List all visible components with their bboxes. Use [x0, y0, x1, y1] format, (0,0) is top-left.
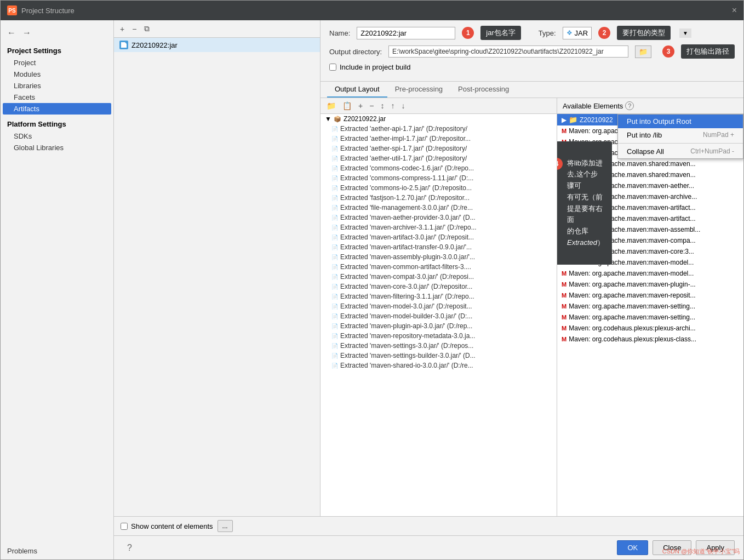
tree-item-1[interactable]: 📄 Extracted 'aether-impl-1.7.jar/' (D:/r…	[321, 134, 557, 144]
jar-icon: 📦	[334, 116, 341, 123]
tree-item-21[interactable]: 📄 Extracted 'maven-repository-metadata-3…	[321, 331, 557, 341]
tree-item-23[interactable]: 📄 Extracted 'maven-settings-builder-3.0.…	[321, 351, 557, 361]
tree-root-item[interactable]: ▼ 📦 Z20210922.jar	[321, 114, 557, 124]
available-elements-title: Available Elements	[563, 102, 623, 110]
copy-artifact-button[interactable]: ⧉	[141, 22, 152, 35]
dialog-buttons: ? OK Close Apply	[114, 535, 743, 559]
available-elements-help-icon[interactable]: ?	[625, 101, 634, 110]
help-icon[interactable]: ?	[123, 541, 136, 555]
tree-item-16[interactable]: 📄 Extracted 'maven-core-3.0.jar/' (D:/re…	[321, 282, 557, 292]
sort-button[interactable]: ↕	[377, 100, 387, 112]
add-artifact-button[interactable]: +	[117, 23, 127, 35]
tree-item-label-23: Extracted 'maven-settings-builder-3.0.ja…	[340, 352, 476, 359]
ok-button[interactable]: OK	[617, 540, 648, 555]
type-select[interactable]: ❖ JAR	[563, 27, 592, 39]
avail-item-14[interactable]: M Maven: org.apache.maven:maven-plugin-.…	[557, 279, 743, 290]
tree-item-15[interactable]: 📄 Extracted 'maven-compat-3.0.jar/' (D:/…	[321, 272, 557, 282]
tree-item-11[interactable]: 📄 Extracted 'maven-artifact-3.0.jar/' (D…	[321, 232, 557, 242]
annotation-badge-4: 4	[557, 158, 563, 170]
tree-item-24[interactable]: 📄 Extracted 'maven-shared-io-3.0.0.jar/'…	[321, 361, 557, 370]
context-menu-item-collapse[interactable]: Collapse All Ctrl+NumPad -	[618, 145, 743, 158]
output-dir-row: Output directory: 📁 3 打包输出路径	[329, 44, 735, 59]
collapse-shortcut: Ctrl+NumPad -	[690, 147, 734, 155]
sidebar-item-artifacts[interactable]: Artifacts	[3, 103, 111, 115]
remove-artifact-button[interactable]: −	[129, 23, 139, 35]
tree-item-19[interactable]: 📄 Extracted 'maven-model-builder-3.0.jar…	[321, 311, 557, 321]
tab-postprocessing[interactable]: Post-processing	[450, 82, 517, 98]
sidebar-item-facets[interactable]: Facets	[1, 92, 113, 103]
output-dir-input[interactable]	[388, 45, 628, 58]
context-menu-item-put-root[interactable]: Put into Output Root	[618, 115, 743, 128]
sidebar-item-problems[interactable]: Problems	[1, 542, 113, 559]
add-directory-button[interactable]: 📋	[340, 100, 354, 112]
include-build-checkbox[interactable]	[329, 64, 336, 71]
add-folder-button[interactable]: 📁	[324, 100, 339, 112]
put-lib-shortcut: NumPad +	[703, 131, 734, 139]
split-pane: + − ⧉ Z20210922:jar	[114, 20, 743, 535]
tree-item-label-1: Extracted 'aether-impl-1.7.jar/' (D:/rep…	[340, 135, 471, 142]
add-item-button[interactable]: +	[356, 100, 365, 112]
avail-item-17[interactable]: M Maven: org.apache.maven:maven-setting.…	[557, 312, 743, 323]
show-content-label[interactable]: Show content of elements	[121, 522, 213, 530]
show-content-checkbox[interactable]	[121, 523, 128, 530]
type-dropdown-button[interactable]: ▼	[679, 28, 691, 38]
tab-output-layout[interactable]: Output Layout	[327, 82, 387, 98]
artifact-list-item[interactable]: Z20210922:jar	[114, 38, 320, 52]
avail-item-13[interactable]: M Maven: org.apache.maven:maven-model...	[557, 268, 743, 279]
avail-item-18[interactable]: M Maven: org.codehaus.plexus:plexus-arch…	[557, 323, 743, 334]
tree-item-label-16: Extracted 'maven-core-3.0.jar/' (D:/repo…	[340, 283, 472, 290]
move-down-button[interactable]: ↓	[398, 100, 408, 112]
tree-item-label-18: Extracted 'maven-model-3.0.jar/' (D:/rep…	[340, 302, 472, 310]
tree-item-5[interactable]: 📄 Extracted 'commons-compress-1.11.jar/'…	[321, 173, 557, 183]
tree-item-20[interactable]: 📄 Extracted 'maven-plugin-api-3.0.jar/' …	[321, 321, 557, 331]
back-button[interactable]: ←	[5, 27, 18, 39]
tree-item-12[interactable]: 📄 Extracted 'maven-artifact-transfer-0.9…	[321, 242, 557, 252]
lib-icon-21: 📄	[331, 333, 338, 339]
avail-item-16[interactable]: M Maven: org.apache.maven:maven-setting.…	[557, 301, 743, 312]
sidebar-item-project[interactable]: Project	[1, 57, 113, 68]
tree-item-label-9: Extracted 'maven-aether-provider-3.0.jar…	[340, 214, 476, 221]
tree-item-2[interactable]: 📄 Extracted 'aether-spi-1.7.jar/' (D:/re…	[321, 144, 557, 153]
sidebar-item-modules[interactable]: Modules	[1, 68, 113, 80]
tree-item-label-21: Extracted 'maven-repository-metadata-3.0…	[340, 332, 475, 340]
avail-item-15[interactable]: M Maven: org.apache.maven:maven-reposit.…	[557, 290, 743, 301]
tree-item-8[interactable]: 📄 Extracted 'file-management-3.0.0.jar/'…	[321, 203, 557, 213]
tab-preprocessing[interactable]: Pre-processing	[387, 82, 450, 98]
tree-item-9[interactable]: 📄 Extracted 'maven-aether-provider-3.0.j…	[321, 213, 557, 222]
sidebar-item-sdks[interactable]: SDKs	[1, 130, 113, 142]
output-dir-label: Output directory:	[329, 48, 382, 56]
name-input[interactable]	[357, 27, 455, 39]
browse-output-dir-button[interactable]: 📁	[635, 45, 651, 58]
close-button[interactable]: ×	[732, 5, 737, 15]
tree-item-7[interactable]: 📄 Extracted 'fastjson-1.2.70.jar/' (D:/r…	[321, 193, 557, 203]
tree-item-label-19: Extracted 'maven-model-builder-3.0.jar/'…	[340, 312, 472, 320]
avail-item-19[interactable]: M Maven: org.codehaus.plexus:plexus-clas…	[557, 334, 743, 345]
tree-item-22[interactable]: 📄 Extracted 'maven-settings-3.0.jar/' (D…	[321, 341, 557, 351]
window-title: Project Structure	[21, 7, 728, 15]
lib-icon-19: 📄	[331, 313, 338, 319]
available-root-label: Z20210922	[580, 116, 613, 124]
tree-item-13[interactable]: 📄 Extracted 'maven-assembly-plugin-3.0.0…	[321, 252, 557, 262]
tree-item-14[interactable]: 📄 Extracted 'maven-common-artifact-filte…	[321, 262, 557, 272]
context-menu-item-put-lib[interactable]: Put into /lib NumPad +	[618, 128, 743, 142]
tree-item-10[interactable]: 📄 Extracted 'maven-archiver-3.1.1.jar/' …	[321, 222, 557, 232]
tree-item-6[interactable]: 📄 Extracted 'commons-io-2.5.jar/' (D:/re…	[321, 183, 557, 193]
sidebar-item-libraries[interactable]: Libraries	[1, 80, 113, 92]
include-build-label[interactable]: Include in project build	[329, 63, 410, 71]
tree-item-0[interactable]: 📄 Extracted 'aether-api-1.7.jar/' (D:/re…	[321, 124, 557, 134]
more-options-button[interactable]: ...	[218, 520, 233, 532]
tree-item-label-10: Extracted 'maven-archiver-3.1.1.jar/' (D…	[340, 224, 477, 231]
sidebar-item-global-libraries[interactable]: Global Libraries	[1, 142, 113, 153]
remove-item-button[interactable]: −	[367, 100, 376, 112]
tree-item-3[interactable]: 📄 Extracted 'aether-util-1.7.jar/' (D:/r…	[321, 153, 557, 163]
tree-item-18[interactable]: 📄 Extracted 'maven-model-3.0.jar/' (D:/r…	[321, 301, 557, 311]
tree-item-label-2: Extracted 'aether-spi-1.7.jar/' (D:/repo…	[340, 145, 467, 152]
tabs-bar: Output Layout Pre-processing Post-proces…	[321, 82, 743, 98]
tree-item-label-20: Extracted 'maven-plugin-api-3.0.jar/' (D…	[340, 322, 472, 330]
tree-item-4[interactable]: 📄 Extracted 'commons-codec-1.6.jar/' (D:…	[321, 163, 557, 173]
forward-button[interactable]: →	[20, 27, 33, 39]
move-up-button[interactable]: ↑	[388, 100, 397, 112]
lib-icon-2: 📄	[331, 146, 338, 152]
lib-icon-8: 📄	[331, 205, 338, 211]
tree-item-17[interactable]: 📄 Extracted 'maven-filtering-3.1.1.jar/'…	[321, 292, 557, 301]
